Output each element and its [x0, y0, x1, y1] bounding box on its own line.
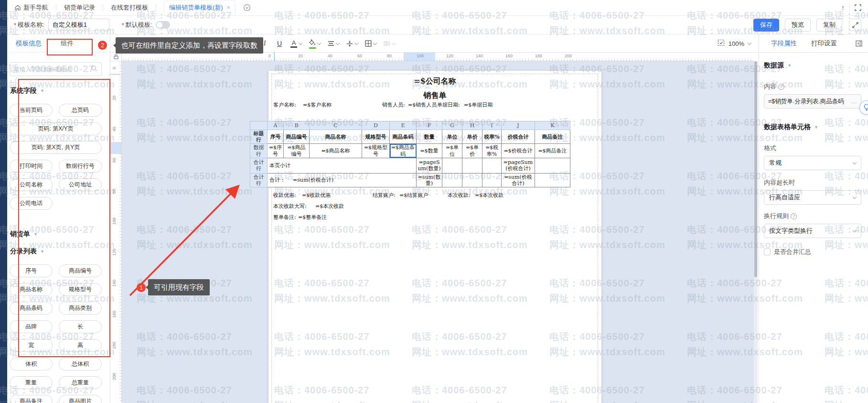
header-cell[interactable]: 单位	[442, 130, 462, 144]
data-cell[interactable]: =$序号	[268, 144, 284, 158]
lock-icon[interactable]	[114, 53, 118, 61]
data-cell[interactable]: =$税率%	[482, 144, 502, 158]
pagesum-qty-cell[interactable]: =pageSum(数量)	[417, 158, 442, 173]
row-label[interactable]: 合计行	[250, 158, 268, 173]
column-header-F[interactable]: F	[417, 121, 442, 130]
doc-field-value[interactable]: =$销售人员	[408, 101, 437, 109]
panel-tab-字段属性[interactable]: 字段属性	[771, 39, 797, 48]
doc-field-label[interactable]: 本次收款大写:	[273, 203, 307, 210]
save-button[interactable]: 保存	[753, 19, 779, 32]
top-tab-active[interactable]: 编辑销货单模板(新)×	[164, 0, 236, 15]
field-button-规格型号[interactable]: 规格型号	[59, 283, 102, 296]
help-icon[interactable]: ?	[791, 213, 797, 219]
empty-cell[interactable]	[482, 173, 502, 187]
data-cell[interactable]: =$商品编号	[284, 144, 310, 158]
field-button-重量[interactable]: 重量	[10, 376, 53, 389]
panel-tab-打印设置[interactable]: 打印设置	[811, 39, 837, 48]
home-icon[interactable]	[14, 4, 21, 11]
header-cell[interactable]: 商品条码	[390, 130, 417, 144]
hint-bulb-button[interactable]	[859, 100, 868, 115]
doc-field-value[interactable]: =$本次收款	[315, 203, 344, 210]
data-cell[interactable]: =$单位	[442, 144, 462, 158]
field-button-体积[interactable]: 体积	[10, 358, 53, 370]
empty-cell[interactable]	[535, 173, 570, 187]
total-label-cell[interactable]: 合计：=sum(价税合计)	[268, 173, 417, 187]
empty-cell[interactable]	[442, 158, 462, 173]
data-cell[interactable]: =$价税合计	[502, 144, 535, 158]
doc-field-value[interactable]: =$本次收款	[475, 192, 504, 199]
field-button-高[interactable]: 高	[59, 339, 102, 352]
overflow-select[interactable]: 行高自适应	[764, 190, 861, 205]
field-button-公司名称[interactable]: 公司名称	[10, 178, 53, 191]
checkbox-box[interactable]	[764, 249, 771, 255]
field-button-序号[interactable]: 序号	[10, 264, 53, 277]
format-select[interactable]: 常规	[764, 156, 861, 170]
pagesum-total-cell[interactable]: =pageSum(价税合计)	[502, 158, 535, 173]
section-title-分录列表[interactable]: 分录列表▼	[10, 247, 110, 256]
fill-color-icon[interactable]	[309, 38, 321, 49]
sidebar-tab-组件[interactable]: 组件	[61, 39, 74, 48]
doc-field-label[interactable]: 结算账户:	[373, 192, 396, 199]
header-cell[interactable]: 商品备注	[535, 130, 570, 144]
design-canvas[interactable]: =$公司名称 销售单 客户名称:=$客户名称销售人员:=$销售人员单据日期:=$…	[122, 61, 754, 403]
field-button-公司电话[interactable]: 公司电话	[10, 197, 53, 210]
top-tab-0[interactable]: 新手导航	[23, 3, 48, 12]
selection-mode-icon[interactable]	[718, 39, 725, 48]
borders-icon[interactable]	[365, 40, 376, 47]
vertical-align-icon[interactable]	[346, 41, 358, 47]
datasource-section-title[interactable]: 数据源▼	[764, 61, 861, 70]
row-label[interactable]: 数据行	[250, 144, 268, 158]
field-button-品牌[interactable]: 品牌	[10, 320, 53, 333]
doc-field-label[interactable]: 客户名称:	[273, 101, 296, 109]
data-cell[interactable]: =$商品备注	[535, 144, 570, 158]
scrollbar-thumb[interactable]	[754, 61, 757, 277]
column-header-G[interactable]: G	[442, 121, 462, 130]
field-button-总重量[interactable]: 总重量	[59, 376, 102, 389]
expand-canvas-icon[interactable]	[849, 19, 861, 31]
doc-field-value[interactable]: =$整单备注	[298, 214, 327, 221]
sheet-corner-cell[interactable]	[250, 121, 268, 130]
section-title-系统字段[interactable]: 系统字段▼	[10, 87, 110, 95]
default-template-toggle[interactable]	[156, 21, 170, 29]
distribute-icon[interactable]	[384, 41, 395, 46]
header-cell[interactable]: 数量	[417, 130, 442, 144]
zoom-control[interactable]: 100%	[718, 34, 751, 53]
header-cell[interactable]: 商品名称	[310, 130, 362, 144]
column-header-J[interactable]: J	[502, 121, 535, 130]
search-input[interactable]	[14, 66, 91, 73]
sidebar-tab-模板信息[interactable]: 模板信息	[16, 39, 42, 48]
doc-field-label[interactable]: 销售人员:	[382, 101, 405, 109]
field-button-商品图片[interactable]: 商品图片	[59, 395, 102, 403]
field-button-数据行行号[interactable]: 数据行行号	[59, 160, 102, 173]
column-header-C[interactable]: C	[310, 121, 362, 130]
empty-cell[interactable]	[535, 158, 570, 173]
fullscreen-icon[interactable]	[855, 4, 861, 11]
canvas-scrollbar[interactable]	[754, 61, 758, 403]
field-button-页码: 第X/Y页[interactable]: 页码: 第X/Y页	[10, 122, 102, 135]
selected-cell[interactable]: =$商品条码	[390, 144, 417, 158]
field-button-商品类别[interactable]: 商品类别	[59, 302, 102, 315]
doc-field-value[interactable]: =$收款优惠	[302, 192, 331, 199]
total-qty-cell[interactable]: =sum(数量)	[417, 173, 442, 187]
header-cell[interactable]: 规格型号	[362, 130, 390, 144]
tab-overflow-icon[interactable]	[243, 4, 251, 11]
data-cell[interactable]: =$单价	[462, 144, 482, 158]
doc-field-value[interactable]: =$客户名称	[303, 101, 332, 109]
data-cell[interactable]: =$规格型号	[362, 144, 390, 158]
data-cell[interactable]: =$数量	[417, 144, 442, 158]
column-header-H[interactable]: H	[462, 121, 482, 130]
field-button-公司地址[interactable]: 公司地址	[59, 178, 102, 191]
doc-field-value[interactable]: =$结算账户	[399, 192, 428, 199]
template-name-input[interactable]	[48, 19, 109, 31]
preview-button[interactable]: 预览	[785, 19, 811, 32]
pagesum-label-cell[interactable]: 本页小计	[268, 158, 417, 173]
doc-field-label[interactable]: 整单备注:	[273, 214, 296, 221]
collapse-up-icon[interactable]: ↑	[841, 4, 845, 11]
field-button-宽[interactable]: 宽	[10, 339, 53, 352]
field-button-当前页码[interactable]: 当前页码	[10, 104, 53, 117]
column-header-E[interactable]: E	[390, 121, 417, 130]
top-tab-2[interactable]: 在线套打模板	[111, 3, 148, 12]
close-tab-icon[interactable]: ×	[227, 4, 230, 11]
field-button-总页码[interactable]: 总页码	[59, 104, 102, 117]
content-input[interactable]: =$销货单.分录列表.商品条码…	[764, 94, 861, 109]
